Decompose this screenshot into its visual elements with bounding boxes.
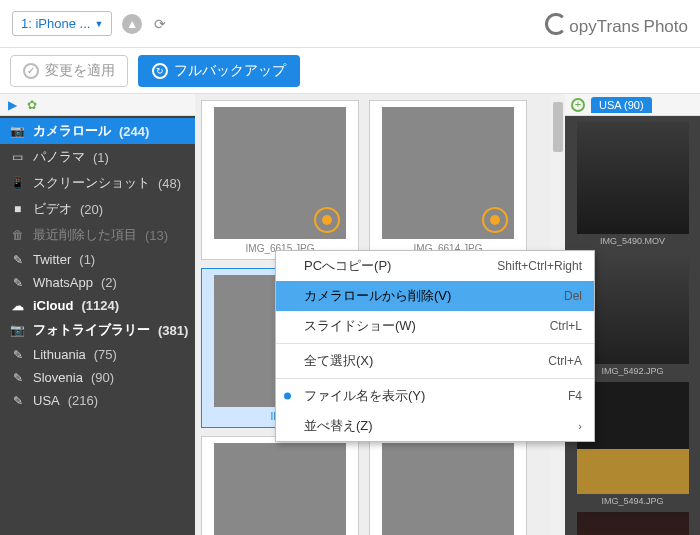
album-count: (75) <box>94 347 117 362</box>
thumbnail-card[interactable]: IMG_6610.JPG <box>369 436 527 535</box>
ctx-copy-to-pc[interactable]: PCへコピー(P) Shift+Ctrl+Right <box>276 251 594 281</box>
sidebar-album[interactable]: 📱スクリーンショット (48) <box>0 170 195 196</box>
logo-c-icon <box>545 13 567 35</box>
ctx-slide-shortcut: Ctrl+L <box>550 319 582 333</box>
sidebar-album[interactable]: ✎Twitter (1) <box>0 248 195 271</box>
thumbnail-card[interactable]: IMG_6611.JPG <box>201 436 359 535</box>
album-label: スクリーンショット <box>33 174 150 192</box>
chevron-right-icon: › <box>578 420 582 432</box>
album-label: iCloud <box>33 298 73 313</box>
full-backup-button[interactable]: ↻ フルバックアップ <box>138 55 300 87</box>
album-label: 最近削除した項目 <box>33 226 137 244</box>
album-list: 📷カメラロール (244)▭パノラマ (1)📱スクリーンショット (48)■ビデ… <box>0 116 195 535</box>
album-label: ビデオ <box>33 200 72 218</box>
album-label: WhatsApp <box>33 275 93 290</box>
context-menu: PCへコピー(P) Shift+Ctrl+Right カメラロールから削除(V)… <box>275 250 595 442</box>
album-label: Twitter <box>33 252 71 267</box>
ctx-sort[interactable]: 並べ替え(Z) › <box>276 411 594 441</box>
ctx-copy-label: PCへコピー(P) <box>304 257 391 275</box>
ctx-del-shortcut: Del <box>564 289 582 303</box>
eject-icon[interactable]: ▲ <box>122 14 142 34</box>
album-icon: ✎ <box>10 348 25 362</box>
album-icon: ✎ <box>10 394 25 408</box>
sidebar-album[interactable]: ▭パノラマ (1) <box>0 144 195 170</box>
ctx-delete-from-roll[interactable]: カメラロールから削除(V) Del <box>276 281 594 311</box>
sidebar-album[interactable]: ✎Slovenia (90) <box>0 366 195 389</box>
thumbnail-image <box>382 107 514 239</box>
device-tab-icon[interactable]: ▶ <box>8 98 17 112</box>
album-label: パノラマ <box>33 148 85 166</box>
sidebar-album[interactable]: ■ビデオ (20) <box>0 196 195 222</box>
right-thumb-image: 0:00:57 <box>577 512 689 535</box>
topbar-icons: ▲ ⟳ <box>122 14 170 34</box>
backup-icon: ↻ <box>152 63 168 79</box>
sidebar-album[interactable]: ✎USA (216) <box>0 389 195 412</box>
add-icon[interactable]: + <box>571 98 585 112</box>
ctx-show-filename[interactable]: ファイル名を表示(Y) F4 <box>276 381 594 411</box>
sidebar-tabs: ▶ ✿ <box>0 94 195 116</box>
album-count: (90) <box>91 370 114 385</box>
right-tab[interactable]: USA (90) <box>591 97 652 113</box>
thumbnail-card[interactable]: IMG_6614.JPG <box>369 100 527 260</box>
sidebar-album[interactable]: 📷フォトライブラリー (381) <box>0 317 195 343</box>
backup-label: フルバックアップ <box>174 62 286 80</box>
album-icon: ✎ <box>10 371 25 385</box>
separator <box>276 343 594 344</box>
album-icon: ▭ <box>10 150 25 164</box>
album-count: (48) <box>158 176 181 191</box>
logo-text-sub: Photo <box>644 17 688 37</box>
ctx-del-label: カメラロールから削除(V) <box>304 287 451 305</box>
album-count: (244) <box>119 124 149 139</box>
sidebar: ▶ ✿ 📷カメラロール (244)▭パノラマ (1)📱スクリーンショット (48… <box>0 94 195 535</box>
chevron-down-icon: ▼ <box>94 19 103 29</box>
right-thumbnail[interactable]: IMG_5490.MOV <box>571 122 694 246</box>
logo-text-main: opyTrans <box>569 17 639 37</box>
topbar: 1: iPhone ... ▼ ▲ ⟳ opyTrans Photo <box>0 0 700 48</box>
album-icon: ✎ <box>10 253 25 267</box>
thumbnail-card[interactable]: IMG_6615.JPG <box>201 100 359 260</box>
album-count: (20) <box>80 202 103 217</box>
album-icon: 📷 <box>10 323 25 337</box>
apply-label: 変更を適用 <box>45 62 115 80</box>
album-icon: ✎ <box>10 276 25 290</box>
right-thumbnail[interactable]: 0:00:57 <box>571 512 694 535</box>
album-icon: 📷 <box>10 124 25 138</box>
ctx-fname-label: ファイル名を表示(Y) <box>304 387 425 405</box>
album-label: フォトライブラリー <box>33 321 150 339</box>
ctx-slide-label: スライドショー(W) <box>304 317 416 335</box>
ctx-slideshow[interactable]: スライドショー(W) Ctrl+L <box>276 311 594 341</box>
scan-marker-icon <box>314 207 340 233</box>
album-count: (2) <box>101 275 117 290</box>
right-thumb-caption: IMG_5492.JPG <box>601 366 663 376</box>
separator <box>276 378 594 379</box>
check-icon: ✓ <box>23 63 39 79</box>
sidebar-album[interactable]: 📷カメラロール (244) <box>0 118 195 144</box>
album-label: USA <box>33 393 60 408</box>
ctx-select-all[interactable]: 全て選択(X) Ctrl+A <box>276 346 594 376</box>
device-label: 1: iPhone ... <box>21 16 90 31</box>
sidebar-album[interactable]: ✎WhatsApp (2) <box>0 271 195 294</box>
refresh-icon[interactable]: ⟳ <box>150 14 170 34</box>
scrollbar-thumb[interactable] <box>553 102 563 152</box>
right-thumb-image <box>577 122 689 234</box>
album-icon: 🗑 <box>10 228 25 242</box>
album-count: (1) <box>79 252 95 267</box>
album-icon: 📱 <box>10 176 25 190</box>
album-icon: ■ <box>10 202 25 216</box>
ctx-all-label: 全て選択(X) <box>304 352 373 370</box>
apply-changes-button[interactable]: ✓ 変更を適用 <box>10 55 128 87</box>
album-count: (216) <box>68 393 98 408</box>
album-count: (381) <box>158 323 188 338</box>
album-icon: ☁ <box>10 299 25 313</box>
sidebar-album[interactable]: ✎Lithuania (75) <box>0 343 195 366</box>
right-thumb-caption: IMG_5494.JPG <box>601 496 663 506</box>
device-selector[interactable]: 1: iPhone ... ▼ <box>12 11 112 36</box>
thumbnail-image <box>214 443 346 535</box>
sidebar-album[interactable]: 🗑最近削除した項目 (13) <box>0 222 195 248</box>
album-label: Lithuania <box>33 347 86 362</box>
album-count: (13) <box>145 228 168 243</box>
sidebar-album[interactable]: ☁iCloud (1124) <box>0 294 195 317</box>
pictures-tab-icon[interactable]: ✿ <box>27 98 37 112</box>
ctx-fname-shortcut: F4 <box>568 389 582 403</box>
ctx-sort-label: 並べ替え(Z) <box>304 417 373 435</box>
